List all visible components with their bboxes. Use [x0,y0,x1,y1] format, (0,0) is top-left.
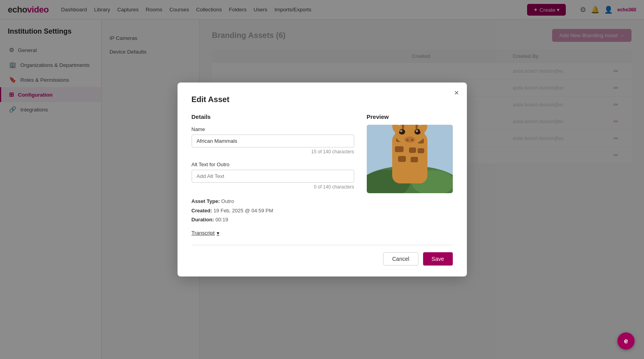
transcript-label: Transcript [192,230,215,236]
asset-meta: Asset Type: Outro Created: 19 Feb, 2025 … [192,197,354,224]
alt-text-label: Alt Text for Outro [192,162,354,167]
svg-rect-8 [395,146,404,152]
svg-rect-11 [398,156,406,162]
name-label: Name [192,126,354,132]
save-button[interactable]: Save [423,252,453,266]
alt-text-input[interactable] [192,170,354,183]
modal-overlay: Edit Asset × Details Name 15 of 140 char… [0,0,644,359]
cancel-button[interactable]: Cancel [383,252,418,266]
help-button[interactable]: e [617,332,635,350]
name-input[interactable] [192,135,354,147]
duration-row: Duration: 00:19 [192,215,354,224]
modal-close-button[interactable]: × [454,89,459,97]
alt-text-char-count: 0 of 140 characters [192,184,354,190]
svg-point-20 [411,139,413,141]
giraffe-svg [367,125,453,193]
details-section-label: Details [192,113,354,120]
created-row: Created: 19 Feb, 2025 @ 04:59 PM [192,206,354,215]
svg-point-17 [416,130,418,132]
name-field-group: Name 15 of 140 characters [192,126,354,154]
chevron-down-icon: ▾ [217,230,219,236]
preview-label: Preview [367,113,453,120]
svg-point-19 [406,139,409,141]
transcript-toggle[interactable]: Transcript ▾ [192,230,220,236]
modal-divider [192,245,453,245]
name-char-count: 15 of 140 characters [192,149,354,154]
svg-rect-24 [416,125,418,129]
modal-preview: Preview [367,113,453,236]
svg-rect-12 [411,157,418,162]
modal-title: Edit Asset [192,95,453,104]
edit-asset-modal: Edit Asset × Details Name 15 of 140 char… [178,83,467,276]
modal-details: Details Name 15 of 140 characters Alt Te… [192,113,354,236]
asset-type-row: Asset Type: Outro [192,197,354,206]
svg-point-16 [400,130,402,132]
svg-rect-23 [402,125,404,129]
modal-footer: Cancel Save [192,252,453,266]
preview-image [367,125,453,193]
alt-text-field-group: Alt Text for Outro 0 of 140 characters [192,162,354,190]
svg-point-18 [404,136,415,143]
svg-rect-9 [409,147,416,153]
svg-rect-10 [418,148,424,153]
modal-body: Details Name 15 of 140 characters Alt Te… [192,113,453,236]
